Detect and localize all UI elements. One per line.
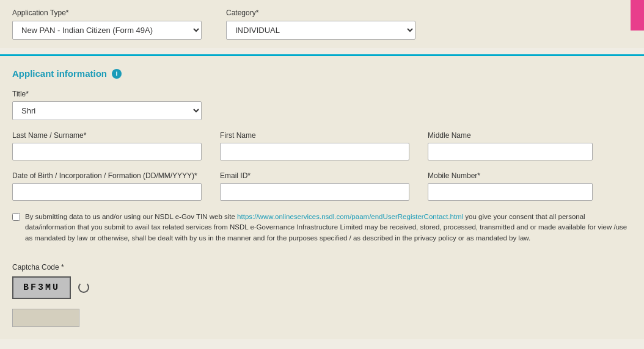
dob-label: Date of Birth / Incorporation / Formatio…: [12, 171, 202, 180]
name-row: Last Name / Surname* First Name Middle N…: [12, 131, 632, 160]
captcha-image: BF3MU: [12, 276, 71, 299]
application-type-select[interactable]: New PAN - Indian Citizen (Form 49A): [12, 21, 202, 40]
last-name-field: Last Name / Surname*: [12, 131, 202, 160]
captcha-section: Captcha Code * BF3MU: [12, 263, 632, 299]
info-icon[interactable]: i: [112, 69, 122, 79]
category-select[interactable]: INDIVIDUAL: [226, 21, 415, 40]
submit-button[interactable]: [12, 309, 79, 327]
captcha-label: Captcha Code *: [12, 263, 632, 272]
captcha-row: BF3MU: [12, 276, 632, 299]
applicant-section: Applicant information i Title* Shri Last…: [0, 54, 644, 339]
page-wrapper: Application Type* New PAN - Indian Citiz…: [0, 0, 644, 339]
application-type-group: Application Type* New PAN - Indian Citiz…: [12, 9, 202, 40]
title-field: Title* Shri: [12, 90, 202, 120]
bottom-button-row: [12, 309, 632, 327]
mobile-label: Mobile Number*: [428, 171, 593, 180]
consent-link[interactable]: https://www.onlineservices.nsdl.com/paam…: [237, 213, 463, 220]
title-label: Title*: [12, 90, 202, 98]
accent-dot: [631, 0, 644, 31]
first-name-input[interactable]: [220, 143, 409, 160]
captcha-refresh-icon[interactable]: [78, 282, 89, 293]
mobile-input[interactable]: [428, 183, 593, 201]
title-row: Title* Shri: [12, 90, 632, 120]
first-name-field: First Name: [220, 131, 409, 160]
consent-text-before: By submitting data to us and/or using ou…: [25, 213, 237, 220]
email-label: Email ID*: [220, 171, 409, 180]
category-group: Category* INDIVIDUAL: [226, 9, 415, 40]
mobile-field: Mobile Number*: [428, 171, 593, 201]
middle-name-input[interactable]: [428, 143, 593, 160]
top-section: Application Type* New PAN - Indian Citiz…: [0, 0, 644, 48]
last-name-input[interactable]: [12, 143, 202, 160]
consent-checkbox[interactable]: [12, 213, 20, 221]
dob-input[interactable]: [12, 183, 202, 201]
middle-name-label: Middle Name: [428, 131, 593, 140]
dob-field: Date of Birth / Incorporation / Formatio…: [12, 171, 202, 201]
applicant-section-title: Applicant information: [12, 68, 107, 79]
dob-email-mobile-row: Date of Birth / Incorporation / Formatio…: [12, 171, 632, 201]
last-name-label: Last Name / Surname*: [12, 131, 202, 140]
email-input[interactable]: [220, 183, 409, 201]
middle-name-field: Middle Name: [428, 131, 593, 160]
category-label: Category*: [226, 9, 415, 17]
title-select[interactable]: Shri: [12, 101, 202, 120]
first-name-label: First Name: [220, 131, 409, 140]
email-field: Email ID*: [220, 171, 409, 201]
application-type-label: Application Type*: [12, 9, 202, 17]
consent-row: By submitting data to us and/or using ou…: [12, 212, 632, 253]
applicant-title-row: Applicant information i: [12, 68, 632, 79]
consent-text: By submitting data to us and/or using ou…: [25, 212, 632, 243]
